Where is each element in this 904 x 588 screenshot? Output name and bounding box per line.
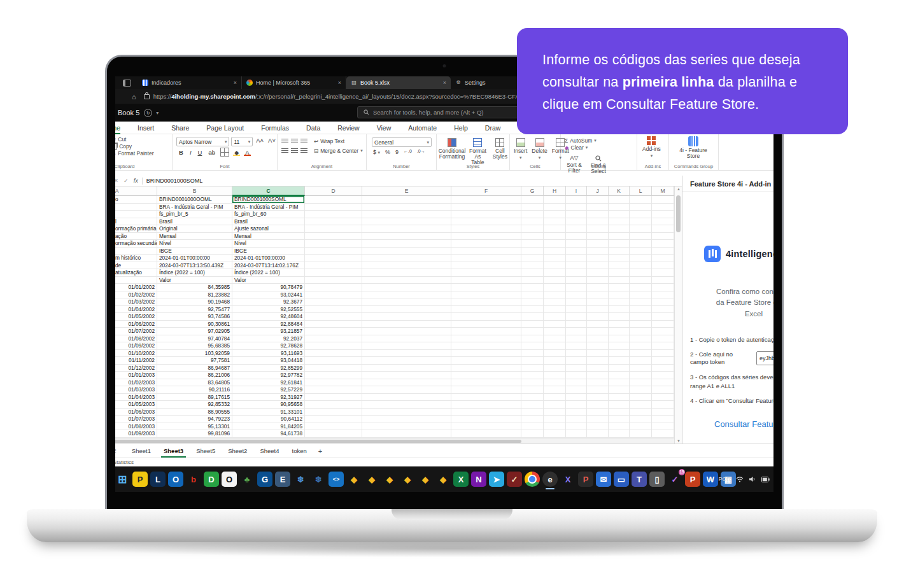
cell[interactable] [544,248,566,255]
cell[interactable] [566,365,587,372]
cell[interactable] [115,204,157,211]
cell[interactable]: Brasil [157,218,232,226]
cell[interactable] [305,372,362,379]
taskbar-icon-mail[interactable]: ✉ [596,472,611,487]
cell[interactable] [305,430,362,438]
cell[interactable] [587,386,609,394]
cell[interactable] [305,350,362,358]
cell[interactable]: IBGE [157,248,232,255]
cell[interactable] [362,430,451,438]
cell[interactable] [652,379,674,387]
cell[interactable]: 81,23882 [157,291,232,299]
cell[interactable] [305,409,362,416]
menu-automate[interactable]: Automate [408,124,437,132]
insert-cells-button[interactable]: Insert▾ [514,138,527,160]
cell[interactable] [544,240,566,248]
cell[interactable] [521,298,544,306]
cell[interactable] [630,204,652,211]
cell[interactable] [609,269,630,277]
cell[interactable] [609,342,630,350]
cell[interactable] [587,225,609,233]
cell[interactable] [362,255,451,262]
sheet-tab-sheet5[interactable]: Sheet5 [190,444,222,458]
cell[interactable] [362,335,451,343]
cell[interactable] [362,306,451,314]
cell[interactable] [609,233,630,241]
cell[interactable] [630,386,652,394]
cell[interactable] [566,328,587,335]
cell[interactable] [451,409,521,416]
menu-help[interactable]: Help [454,124,468,132]
cell[interactable] [544,277,566,284]
cell[interactable] [652,423,674,431]
cell[interactable] [305,401,362,409]
cell[interactable] [566,409,587,416]
taskbar-icon-snowflake-1[interactable]: ❄ [293,472,308,487]
cell[interactable]: 92,75477 [157,306,232,314]
cell[interactable]: atualização [115,269,157,277]
lock-icon[interactable] [144,94,150,99]
align-bottom-icon[interactable] [300,137,307,143]
cell[interactable] [609,240,630,248]
cell[interactable]: 2024-01-01T00:00:00 [232,255,305,262]
cell[interactable] [451,357,521,365]
cell[interactable]: 01/11/2002 [115,357,157,365]
taskbar-icon-powerpoint[interactable]: P [685,472,700,487]
cell[interactable] [362,365,451,372]
cell[interactable]: 01/07/2002 [115,328,157,335]
cell[interactable] [521,204,544,211]
cut-button[interactable]: ✂Cut [115,136,153,143]
cell[interactable] [305,357,362,365]
cell[interactable] [587,313,609,321]
align-center-icon[interactable] [291,147,298,153]
conditional-formatting-button[interactable]: Conditional Formatting [441,138,463,165]
cell[interactable] [609,291,630,299]
cell[interactable] [544,284,566,291]
cell[interactable] [652,365,674,372]
cell[interactable] [451,394,521,402]
cell[interactable] [609,248,630,255]
taskbar-icon-lock[interactable]: L [150,472,166,487]
cell[interactable] [587,284,609,291]
cell[interactable] [652,430,674,438]
cell[interactable] [566,401,587,409]
cell[interactable] [609,225,630,233]
cell[interactable] [451,298,521,306]
cell[interactable]: Mensal [157,233,232,241]
cell[interactable] [451,233,521,241]
cell[interactable] [521,248,544,255]
cell[interactable] [609,357,630,365]
cell[interactable] [609,372,630,379]
cell[interactable] [521,211,544,218]
cell[interactable] [521,196,544,204]
cell[interactable] [609,284,630,291]
browser-tab-indicadores[interactable]: Indicadores× [138,76,242,89]
cell[interactable] [630,255,652,262]
cell[interactable] [587,233,609,241]
taskbar-icon-dark-red[interactable]: P [578,472,593,487]
cell[interactable]: 01/06/2002 [115,321,157,328]
cell[interactable]: 90,21116 [157,386,232,394]
cell[interactable] [587,401,609,409]
cell[interactable] [566,372,587,379]
column-header-e[interactable]: E [362,186,451,196]
column-header-g[interactable]: G [521,186,544,196]
taskbar-icon-4i-6[interactable]: ◆ [435,472,451,487]
cell[interactable] [544,386,566,394]
cell[interactable] [544,409,566,416]
cell[interactable] [544,357,566,365]
column-header-c[interactable]: C [232,186,305,196]
taskbar-icon-chart-pro[interactable]: P [132,472,148,487]
cell[interactable] [544,328,566,335]
cell[interactable] [609,298,630,306]
cell[interactable] [521,240,544,248]
cell[interactable] [544,394,566,402]
cell[interactable] [652,306,674,314]
align-right-icon[interactable] [300,147,307,153]
menu-review[interactable]: Review [337,124,359,132]
cell[interactable] [652,225,674,233]
cell[interactable] [652,204,674,211]
menu-formulas[interactable]: Formulas [261,124,289,132]
cell[interactable] [609,204,630,211]
number-format-select[interactable]: General▾ [372,137,432,147]
